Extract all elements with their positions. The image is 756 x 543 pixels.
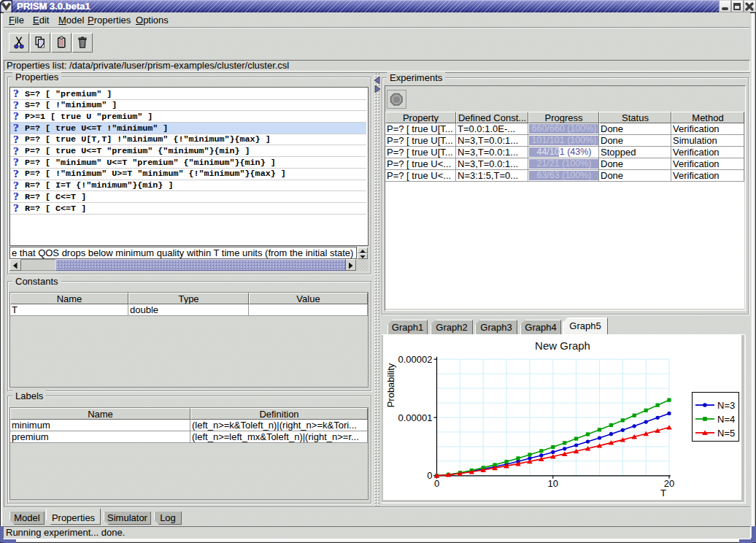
svg-text:0: 0 <box>427 470 432 481</box>
svg-text:10: 10 <box>548 478 558 489</box>
svg-text:N=3: N=3 <box>717 400 735 411</box>
svg-text:0: 0 <box>434 478 439 489</box>
svg-text:0.00002: 0.00002 <box>398 354 433 365</box>
svg-text:N=5: N=5 <box>717 428 735 439</box>
svg-text:New Graph: New Graph <box>535 339 590 352</box>
svg-text:0.00001: 0.00001 <box>398 412 433 423</box>
svg-text:N=4: N=4 <box>717 414 735 425</box>
svg-text:T: T <box>660 488 666 498</box>
svg-text:Probability: Probability <box>385 363 396 407</box>
